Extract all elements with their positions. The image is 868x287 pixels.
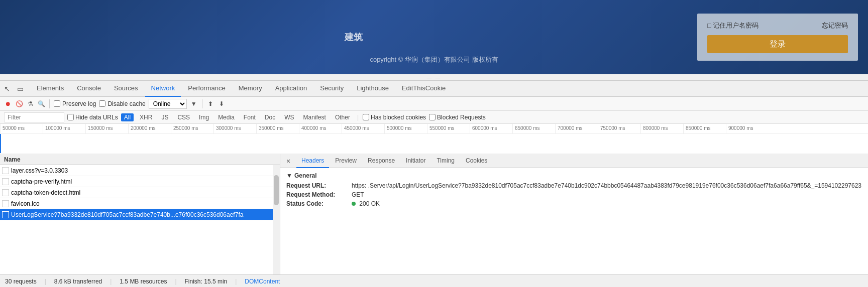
preserve-log-label[interactable]: Preserve log [54, 100, 96, 107]
item-checkbox-5 [2, 211, 9, 218]
network-list-body: layer.css?v=3.0.3303 captcha-pre-verify.… [0, 165, 273, 274]
tab-network[interactable]: Network [145, 81, 181, 97]
network-item-userlog[interactable]: UserLogService?7ba9332de810df705ac7ccf83… [0, 209, 273, 220]
details-tab-timing[interactable]: Timing [431, 154, 460, 168]
close-panel-button[interactable]: × [284, 157, 292, 165]
item-name-userlog: UserLogService?7ba9332de810df705ac7ccf83… [11, 211, 271, 218]
tick-250000: 250000 ms [171, 124, 213, 133]
details-tab-initiator[interactable]: Initiator [401, 154, 430, 168]
cursor-icon[interactable]: ↖ [3, 84, 12, 93]
tab-performance[interactable]: Performance [182, 81, 231, 97]
filter-doc[interactable]: Doc [262, 113, 278, 121]
network-item-captcha-pre[interactable]: captcha-pre-verify.html [0, 176, 273, 187]
filter-xhr[interactable]: XHR [137, 113, 155, 121]
timeline-graph[interactable] [0, 134, 868, 153]
tick-50000: 50000 ms [0, 124, 43, 133]
disable-cache-label[interactable]: Disable cache [99, 100, 145, 107]
tab-security[interactable]: Security [314, 81, 350, 97]
toolbar-separator-2 [202, 99, 202, 108]
filter-manifest[interactable]: Manifest [300, 113, 329, 121]
resources-size: 1.5 MB resources [120, 278, 167, 285]
tick-300000: 300000 ms [213, 124, 256, 133]
network-item-captcha-token[interactable]: captcha-token-detect.html [0, 187, 273, 198]
request-method-key: Request Method: [286, 191, 352, 198]
hide-data-urls-label[interactable]: Hide data URLs [67, 114, 118, 121]
blocked-requests-label[interactable]: Blocked Requests [429, 114, 486, 121]
general-section-title: ▼ General [286, 172, 862, 179]
tab-lighthouse[interactable]: Lighthouse [351, 81, 395, 97]
sep-1: | [45, 278, 46, 285]
tick-700000: 700000 ms [555, 124, 598, 133]
filter-font[interactable]: Font [241, 113, 259, 121]
has-blocked-label[interactable]: Has blocked cookies [363, 114, 426, 121]
network-toolbar: ⏺ 🚫 ⚗ 🔍 Preserve log Disable cache Onlin… [0, 97, 868, 111]
tab-console[interactable]: Console [71, 81, 107, 97]
tick-450000: 450000 ms [342, 124, 384, 133]
search-icon[interactable]: 🔍 [37, 100, 45, 108]
throttle-select[interactable]: Online Fast 3G Slow 3G Offline [149, 99, 187, 109]
request-url-row: Request URL: https: .Server/api/Login/Us… [286, 182, 862, 189]
network-list-header: Name [0, 154, 280, 165]
blocked-requests-checkbox[interactable] [429, 114, 436, 120]
disable-cache-checkbox[interactable] [99, 100, 105, 107]
request-method-value: GET [352, 191, 364, 198]
website-area: 建筑 □ 记住用户名密码 忘记密码 登录 copyright © 华润（集团）有… [0, 0, 868, 74]
tick-650000: 650000 ms [512, 124, 555, 133]
tab-memory[interactable]: Memory [233, 81, 268, 97]
tab-sources[interactable]: Sources [108, 81, 144, 97]
tab-elements[interactable]: Elements [31, 81, 70, 97]
tab-editthiscookie[interactable]: EditThisCookie [396, 81, 452, 97]
filter-all[interactable]: All [121, 113, 134, 121]
details-tab-preview[interactable]: Preview [330, 154, 362, 168]
status-dot [352, 202, 356, 206]
sep-3: | [175, 278, 176, 285]
details-content: ▼ General Request URL: https: .Server/ap… [280, 168, 868, 274]
preserve-log-text: Preserve log [62, 100, 96, 107]
filter-js[interactable]: JS [158, 113, 171, 121]
filter-other[interactable]: Other [332, 113, 353, 121]
filter-input[interactable] [4, 112, 64, 122]
disable-cache-text: Disable cache [107, 100, 145, 107]
details-tab-response[interactable]: Response [363, 154, 400, 168]
filter-ws[interactable]: WS [281, 113, 297, 121]
upload-icon[interactable]: ⬆ [206, 100, 214, 108]
filter-bar: Hide data URLs All XHR JS CSS Img Media … [0, 111, 868, 124]
tick-100000: 100000 ms [43, 124, 85, 133]
has-blocked-checkbox[interactable] [363, 114, 369, 120]
details-tab-cookies[interactable]: Cookies [461, 154, 492, 168]
blocked-requests-text: Blocked Requests [437, 114, 486, 121]
preserve-log-checkbox[interactable] [54, 100, 60, 107]
network-scrollbar[interactable] [273, 165, 280, 274]
login-button[interactable]: 登录 [707, 35, 848, 53]
item-name-captcha-token: captcha-token-detect.html [11, 189, 271, 196]
stop-button[interactable]: 🚫 [15, 100, 23, 108]
tick-200000: 200000 ms [128, 124, 171, 133]
network-scroll-thumb [274, 175, 279, 205]
filter-media[interactable]: Media [215, 113, 238, 121]
tick-600000: 600000 ms [470, 124, 512, 133]
throttle-down-icon[interactable]: ▼ [190, 100, 198, 108]
item-name-captcha-pre: captcha-pre-verify.html [11, 178, 271, 185]
device-icon[interactable]: ▭ [16, 84, 25, 93]
download-icon[interactable]: ⬇ [218, 100, 226, 108]
section-arrow: ▼ [286, 172, 292, 179]
details-tab-headers[interactable]: Headers [296, 154, 329, 168]
item-checkbox-2 [2, 178, 9, 185]
main-content: Name layer.css?v=3.0.3303 captcha-pre-ve… [0, 154, 868, 274]
devtools-tab-bar: ↖ ▭ Elements Console Sources Network Per… [0, 81, 868, 97]
network-item-favicon[interactable]: favicon.ico [0, 198, 273, 209]
filter-css[interactable]: CSS [174, 113, 193, 121]
item-name-layer-css: layer.css?v=3.0.3303 [11, 167, 271, 174]
filter-img[interactable]: Img [196, 113, 212, 121]
filter-icon[interactable]: ⚗ [26, 100, 34, 108]
tick-750000: 750000 ms [598, 124, 640, 133]
network-list-name-header: Name [4, 156, 21, 163]
tab-application[interactable]: Application [269, 81, 313, 97]
sep-4: | [235, 278, 237, 285]
network-item-layer-css[interactable]: layer.css?v=3.0.3303 [0, 165, 273, 176]
drag-handle[interactable]: — — [0, 74, 868, 80]
status-code-row: Status Code: 200 OK [286, 200, 862, 207]
hide-data-urls-checkbox[interactable] [67, 114, 74, 120]
remember-label: □ 记住用户名密码 [707, 21, 758, 30]
record-button[interactable]: ⏺ [4, 100, 12, 108]
